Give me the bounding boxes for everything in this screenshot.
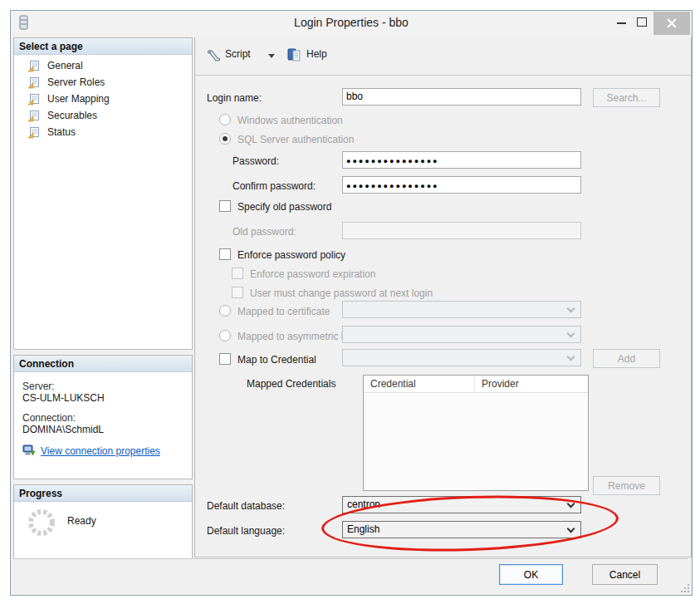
column-header-provider[interactable]: Provider [475,376,519,393]
map-to-credential-label: Map to Credential [237,354,316,366]
sidebar-item-label: User Mapping [47,93,110,105]
default-language-select[interactable]: English [342,521,581,538]
view-connection-properties-link[interactable]: View connection properties [41,445,160,457]
progress-header: Progress [14,485,192,502]
main-panel: Script Help Login name: bbo Search... Wi… [194,37,692,557]
enforce-password-expiration-checkbox [232,268,243,279]
map-to-credential-checkbox[interactable] [219,353,231,365]
sidebar-item-label: Server Roles [47,76,105,88]
table-header-row: CredentialProvider [364,376,588,393]
sidebar-item-server-roles[interactable]: Server Roles [14,75,192,91]
sidebar-item-label: General [47,60,83,71]
default-database-value: centron [347,498,380,510]
login-properties-dialog: Login Properties - bbo Select a page Gen… [10,10,693,596]
page-icon [27,126,40,139]
default-language-value: English [347,523,379,535]
chevron-down-icon [567,330,575,338]
old-password-label: Old password: [233,226,296,238]
title-bar[interactable]: Login Properties - bbo [11,11,692,36]
enforce-password-expiration-label: Enforce password expiration [250,268,375,280]
connection-value: DOMINA\SchmidL [22,424,104,435]
sql-auth-label: SQL Server authentication [237,134,354,145]
search-button[interactable]: Search... [593,88,660,107]
specify-old-password-label: Specify old password [237,201,331,213]
radio-dot [223,136,228,141]
minimize-button[interactable] [617,22,626,24]
page-list: General Server Roles User Mapping Secura… [14,55,192,141]
password-label: Password: [233,155,279,167]
mapped-to-certificate-label: Mapped to certificate [237,306,330,317]
certificate-select [342,301,581,318]
page-icon [27,93,40,106]
progress-status: Ready [67,515,96,527]
enforce-password-policy-label: Enforce password policy [237,249,345,261]
chevron-down-icon [567,305,575,313]
script-button[interactable]: Script [225,48,251,60]
mapped-credentials-table[interactable]: CredentialProvider [363,375,589,491]
old-password-input [342,222,581,239]
password-input[interactable]: ●●●●●●●●●●●●●●● [342,151,581,169]
close-button[interactable] [653,12,690,35]
connection-panel: Connection Server: CS-ULM-LUKSCH Connect… [13,355,193,479]
footer-separator [14,558,688,559]
enforce-password-policy-checkbox[interactable] [219,248,231,260]
remove-button: Remove [593,476,660,495]
page-icon [27,110,40,122]
default-database-select[interactable]: centron [342,496,581,513]
resize-grip[interactable] [681,584,689,592]
window-title: Login Properties - bbo [11,16,692,29]
must-change-password-checkbox [232,287,243,298]
sidebar-item-label: Securables [47,110,97,121]
login-name-input[interactable]: bbo [342,88,581,106]
progress-panel: Progress Ready [13,484,193,559]
ok-button[interactable]: OK [499,564,563,585]
mapped-to-certificate-radio [219,305,231,317]
sidebar-item-general[interactable]: General [14,58,192,75]
help-button[interactable]: Help [306,48,327,60]
mapped-to-asymmetric-key-label: Mapped to asymmetric key [237,331,356,342]
sidebar-item-securables[interactable]: Securables [14,108,192,125]
cancel-button[interactable]: Cancel [592,564,658,585]
chevron-down-icon [567,525,575,533]
sidebar-item-status[interactable]: Status [14,125,192,141]
chevron-down-icon [567,500,575,508]
chevron-down-icon [567,353,575,361]
sidebar-item-user-mapping[interactable]: User Mapping [14,91,192,108]
server-label: Server: [22,381,55,392]
maximize-button[interactable] [637,17,647,27]
confirm-password-label: Confirm password: [233,180,316,192]
screen: Login Properties - bbo Select a page Gen… [0,0,700,604]
toolbar: Script Help [195,37,691,76]
credential-select [342,349,581,366]
progress-spinner-icon [26,507,57,538]
windows-auth-label: Windows authentication [237,115,343,126]
add-button: Add [593,349,660,368]
login-name-label: Login name: [207,92,262,104]
mapped-to-asymmetric-key-radio [219,330,231,341]
select-a-page-panel: Select a page General Server Roles User … [13,37,193,350]
mapped-credentials-label: Mapped Credentials [247,378,335,390]
connection-label: Connection: [22,412,76,424]
server-value: CS-ULM-LUKSCH [22,392,105,404]
column-header-credential[interactable]: Credential [364,376,475,393]
page-icon [27,76,40,89]
default-database-label: Default database: [207,500,285,512]
default-language-label: Default language: [207,525,285,537]
must-change-password-label: User must change password at next login [250,287,433,299]
page-icon [27,60,40,72]
asymmetric-key-select [342,326,581,343]
sidebar-item-label: Status [47,126,76,138]
connection-properties-icon [22,444,36,457]
confirm-password-input[interactable]: ●●●●●●●●●●●●●●● [342,176,581,194]
select-a-page-header: Select a page [14,38,192,55]
windows-auth-radio[interactable] [219,114,231,125]
connection-header: Connection [14,356,192,372]
sql-auth-radio[interactable] [219,133,231,145]
help-icon [286,47,303,63]
script-dropdown-icon[interactable] [268,54,275,58]
specify-old-password-checkbox[interactable] [219,200,231,212]
script-icon [205,47,222,64]
